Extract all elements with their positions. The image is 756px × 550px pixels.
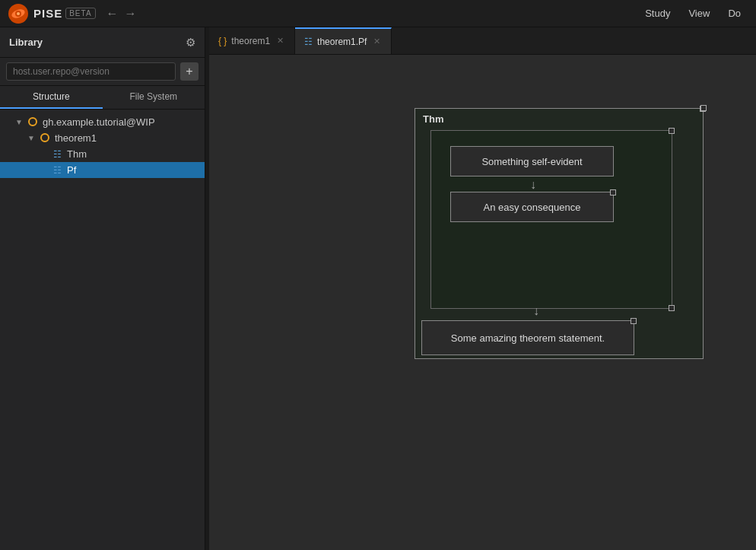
flow-node-3[interactable]: Some amazing theorem statement. xyxy=(421,320,634,355)
tree-label-theorem1: theorem1 xyxy=(55,132,97,144)
tree-item-pf[interactable]: ☷ Pf xyxy=(0,162,205,178)
top-menu: Study View Do xyxy=(637,5,748,22)
arrow-down-1: ↓ xyxy=(530,178,536,192)
menu-view[interactable]: View xyxy=(681,5,717,22)
repo-icon xyxy=(26,117,40,128)
diagram-outer-wrapper: Thm Something self-evident xyxy=(415,108,719,359)
tree-label-thm: Thm xyxy=(67,148,87,160)
sidebar-tree: ▼ gh.example.tutorial@WIP ▼ theorem1 ☷ T… xyxy=(0,110,205,550)
expand-arrow: ▼ xyxy=(15,118,26,126)
flow-node-3-label: Some amazing theorem statement. xyxy=(451,332,605,344)
thm-label: Thm xyxy=(423,113,443,125)
tree-item-theorem1[interactable]: ▼ theorem1 xyxy=(0,130,205,146)
tree-label-repo: gh.example.tutorial@WIP xyxy=(43,116,155,128)
nav-forward-button[interactable]: → xyxy=(122,5,140,22)
flow-node-1[interactable]: Something self-evident xyxy=(450,146,614,176)
tab-theorem1-src[interactable]: { } theorem1 ✕ xyxy=(209,27,295,54)
arrow-down-2: ↓ xyxy=(533,304,539,318)
corner-handle-outermost[interactable] xyxy=(700,105,707,111)
grid-tab-icon: ☷ xyxy=(304,37,313,47)
gear-icon[interactable]: ⚙ xyxy=(186,36,195,49)
svg-point-3 xyxy=(17,12,20,15)
top-bar: PISE BETA ← → Study View Do xyxy=(0,0,756,27)
flow-node-2-label: An easy consequence xyxy=(484,202,581,213)
corner-handle-node2[interactable] xyxy=(610,189,616,196)
flow-node-1-label: Something self-evident xyxy=(481,156,582,167)
add-button[interactable]: + xyxy=(180,62,199,81)
menu-study[interactable]: Study xyxy=(637,5,678,22)
tab-close-theorem1[interactable]: ✕ xyxy=(275,36,285,46)
main-layout: Library ⚙ + Structure File System ▼ gh.e… xyxy=(0,27,756,550)
thm-inner-box: Something self-evident ↓ An easy consequ… xyxy=(430,130,672,309)
corner-handle-node3[interactable] xyxy=(631,318,637,324)
sidebar-header: Library ⚙ xyxy=(0,27,205,58)
grid-icon-pf: ☷ xyxy=(50,165,64,176)
app-name-label: PISE xyxy=(33,7,62,20)
tab-close-theorem1-pf[interactable]: ✕ xyxy=(371,37,382,47)
flow-node-2[interactable]: An easy consequence xyxy=(450,192,614,222)
tree-item-thm[interactable]: ☷ Thm xyxy=(0,146,205,162)
diagram-canvas: Thm Something self-evident xyxy=(209,55,756,550)
expand-arrow-theorem1: ▼ xyxy=(27,134,38,142)
app-beta-label: BETA xyxy=(65,8,95,19)
sidebar-search-row: + xyxy=(0,58,205,86)
tab-label-theorem1-pf: theorem1.Pf xyxy=(317,37,367,47)
thm-outer-box: Thm Something self-evident xyxy=(415,108,704,359)
search-input[interactable] xyxy=(6,62,176,81)
sidebar-tabs: Structure File System xyxy=(0,86,205,110)
app-logo xyxy=(8,3,29,24)
tree-item-repo[interactable]: ▼ gh.example.tutorial@WIP xyxy=(0,114,205,130)
module-icon xyxy=(38,133,52,144)
editor-area: { } theorem1 ✕ ☷ theorem1.Pf ✕ Thm xyxy=(209,27,756,550)
tab-filesystem[interactable]: File System xyxy=(103,86,205,109)
menu-do[interactable]: Do xyxy=(720,5,748,22)
corner-handle-tr-inner[interactable] xyxy=(669,128,675,134)
grid-icon-thm: ☷ xyxy=(50,149,64,160)
tree-label-pf: Pf xyxy=(67,164,76,176)
corner-handle-br-inner[interactable] xyxy=(669,305,675,311)
braces-icon: { } xyxy=(218,36,227,46)
tab-label-theorem1: theorem1 xyxy=(231,36,270,46)
sidebar-title: Library xyxy=(9,37,43,48)
nav-back-button[interactable]: ← xyxy=(103,5,122,22)
tab-structure[interactable]: Structure xyxy=(0,86,103,109)
tab-theorem1-pf[interactable]: ☷ theorem1.Pf ✕ xyxy=(295,27,392,54)
tabs-bar: { } theorem1 ✕ ☷ theorem1.Pf ✕ xyxy=(209,27,756,55)
sidebar: Library ⚙ + Structure File System ▼ gh.e… xyxy=(0,27,205,550)
